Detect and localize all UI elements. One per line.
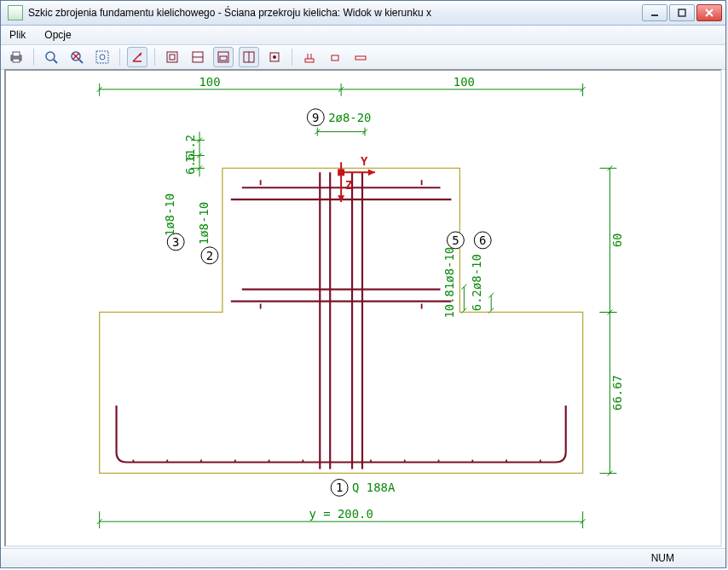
label-5: 5 10.81ø8-10 — [442, 232, 466, 319]
label-3: 3 1ø8-10 — [163, 193, 184, 250]
svg-rect-19 — [170, 55, 175, 60]
svg-text:10.81ø8-10: 10.81ø8-10 — [442, 247, 456, 319]
menu-file[interactable]: Plik — [6, 27, 29, 43]
svg-text:5: 5 — [452, 233, 459, 247]
window-title: Szkic zbrojenia fundamentu kielichowego … — [28, 7, 642, 19]
dim-right-upper-value: 60 — [610, 233, 624, 248]
svg-text:1ø8-10: 1ø8-10 — [197, 202, 211, 245]
svg-text:Y: Y — [361, 154, 368, 168]
svg-text:3: 3 — [172, 235, 179, 249]
svg-rect-23 — [220, 56, 227, 60]
svg-text:1ø8-10: 1ø8-10 — [163, 193, 176, 236]
section-3-button[interactable] — [350, 47, 371, 67]
svg-text:6: 6 — [479, 233, 486, 247]
zoom-window-button[interactable] — [92, 47, 113, 67]
minimize-button[interactable] — [642, 4, 667, 21]
dim-top-right-value: 100 — [454, 75, 475, 89]
drawing-canvas[interactable]: 100 100 60 66.67 y = 200.0 — [4, 69, 722, 547]
svg-rect-13 — [96, 51, 108, 63]
svg-text:9: 9 — [312, 111, 319, 124]
label-1: 1 Q 188A — [331, 479, 396, 496]
svg-line-10 — [79, 60, 83, 63]
svg-point-27 — [273, 55, 276, 59]
maximize-button[interactable] — [669, 4, 695, 21]
axis-system: Y Z — [338, 154, 375, 202]
svg-rect-1 — [679, 9, 685, 16]
app-window: Szkic zbrojenia fundamentu kielichowego … — [0, 0, 726, 568]
section-1-button[interactable] — [299, 47, 320, 67]
svg-line-8 — [54, 60, 57, 63]
menu-options[interactable]: Opcje — [41, 27, 74, 43]
svg-rect-28 — [305, 59, 314, 62]
toolbar — [1, 45, 725, 70]
status-num: NUM — [651, 552, 674, 564]
view-mode-3-button[interactable] — [213, 47, 234, 67]
view-mode-2-button[interactable] — [188, 47, 208, 67]
menubar: Plik Opcje — [1, 26, 725, 45]
svg-rect-31 — [332, 55, 338, 60]
zoom-in-button[interactable] — [41, 47, 61, 67]
svg-rect-5 — [13, 52, 20, 56]
dim-top — [97, 83, 586, 96]
print-button[interactable] — [6, 47, 26, 67]
svg-rect-32 — [355, 56, 366, 60]
view-mode-1-button[interactable] — [162, 47, 182, 67]
label-2: 2 1ø8-10 — [197, 202, 218, 264]
label-9: 9 2ø8-20 — [307, 109, 371, 136]
svg-text:1: 1 — [336, 481, 343, 494]
axis-toggle-button[interactable] — [127, 47, 147, 67]
svg-marker-107 — [368, 169, 375, 176]
svg-text:2: 2 — [206, 249, 213, 262]
svg-text:2ø8-20: 2ø8-20 — [328, 111, 371, 124]
app-icon — [8, 5, 23, 20]
dim-notch-bot-value: 6.6 — [183, 153, 197, 175]
section-2-button[interactable] — [325, 47, 345, 67]
dim-top-left-value: 100 — [199, 75, 220, 89]
svg-text:Q 188A: Q 188A — [352, 481, 396, 494]
rebar-1 — [117, 406, 566, 463]
view-detail-button[interactable] — [264, 47, 285, 67]
titlebar: Szkic zbrojenia fundamentu kielichowego … — [1, 1, 725, 26]
svg-rect-6 — [13, 59, 20, 62]
view-mode-4-button[interactable] — [239, 47, 259, 67]
zoom-out-button[interactable] — [66, 47, 87, 67]
window-buttons — [642, 4, 722, 21]
svg-point-14 — [100, 55, 105, 60]
svg-text:6.2ø8-10: 6.2ø8-10 — [470, 254, 483, 311]
statusbar: NUM — [1, 548, 725, 567]
svg-text:Z: Z — [345, 178, 352, 192]
label-6: 6 6.2ø8-10 — [470, 232, 494, 313]
svg-point-7 — [46, 52, 55, 60]
svg-rect-112 — [338, 169, 344, 176]
dim-bottom-value: y = 200.0 — [309, 507, 373, 521]
dim-right-lower-value: 66.67 — [610, 375, 624, 411]
svg-rect-18 — [167, 52, 177, 62]
close-button[interactable] — [696, 4, 722, 21]
